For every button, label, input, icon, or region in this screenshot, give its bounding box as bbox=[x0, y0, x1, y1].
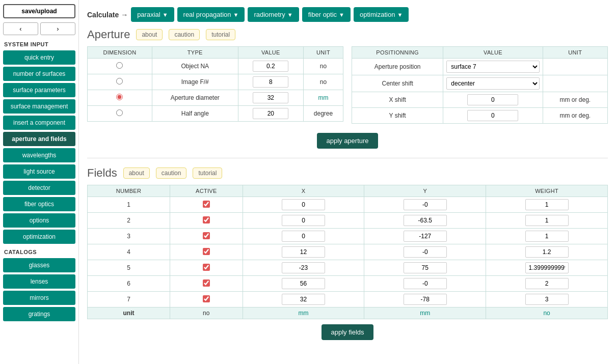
sidebar-item-number-of-surfaces[interactable]: number of surfaces bbox=[3, 67, 75, 81]
field-x-5[interactable] bbox=[282, 262, 325, 273]
fields-tutorial-button[interactable]: tutorial bbox=[193, 167, 222, 179]
field-active-1[interactable] bbox=[170, 197, 243, 213]
radio-cell-3[interactable] bbox=[88, 90, 152, 106]
sidebar-item-options[interactable]: options bbox=[3, 213, 75, 228]
unit-y-link[interactable]: mm bbox=[420, 310, 430, 317]
paraxial-button[interactable]: paraxial ▼ bbox=[131, 7, 174, 22]
field-y-3[interactable] bbox=[404, 231, 447, 242]
unit-weight-link[interactable]: no bbox=[543, 310, 550, 317]
sidebar-item-fiber-optics[interactable]: fiber optics bbox=[3, 197, 75, 211]
field-w-2[interactable] bbox=[525, 215, 569, 226]
fields-caution-button[interactable]: caution bbox=[156, 167, 187, 179]
ap-unit-link-3[interactable]: mm bbox=[318, 94, 329, 101]
field-x-cell-5[interactable] bbox=[243, 260, 364, 276]
field-y-cell-6[interactable] bbox=[364, 276, 486, 292]
field-y-cell-2[interactable] bbox=[364, 213, 486, 229]
field-y-1[interactable] bbox=[404, 199, 447, 210]
ap-value-cell-1[interactable] bbox=[238, 59, 303, 74]
sidebar-item-lenses[interactable]: lenses bbox=[3, 274, 75, 289]
field-w-3[interactable] bbox=[525, 231, 569, 242]
fields-about-button[interactable]: about bbox=[123, 167, 150, 179]
field-y-5[interactable] bbox=[404, 262, 447, 273]
ap-value-cell-3[interactable] bbox=[238, 90, 303, 106]
field-y-cell-5[interactable] bbox=[364, 260, 486, 276]
pos-value-1[interactable]: decentertilt bbox=[443, 75, 543, 92]
ap-value-cell-4[interactable] bbox=[238, 106, 303, 122]
sidebar-item-insert-component[interactable]: insert a component bbox=[3, 116, 75, 130]
field-x-7[interactable] bbox=[282, 294, 325, 305]
field-y-cell-4[interactable] bbox=[364, 244, 486, 260]
field-y-cell-1[interactable] bbox=[364, 197, 486, 213]
fiber-optic-button[interactable]: fiber optic ▼ bbox=[302, 7, 351, 22]
apply-fields-button[interactable]: apply fields bbox=[322, 324, 373, 340]
center-shift-select[interactable]: decentertilt bbox=[446, 77, 539, 90]
field-x-6[interactable] bbox=[282, 278, 325, 289]
aperture-about-button[interactable]: about bbox=[136, 29, 163, 40]
radio-cell-4[interactable] bbox=[88, 106, 152, 122]
pos-value-2[interactable] bbox=[443, 92, 543, 108]
unit-x-link[interactable]: mm bbox=[298, 310, 308, 317]
xshift-input[interactable] bbox=[467, 94, 518, 105]
real-propagation-button[interactable]: real propagation ▼ bbox=[177, 7, 245, 22]
sidebar-item-mirrors[interactable]: mirrors bbox=[3, 291, 75, 305]
field-y-7[interactable] bbox=[404, 294, 447, 305]
field-y-cell-3[interactable] bbox=[364, 229, 486, 244]
field-w-6[interactable] bbox=[525, 278, 569, 289]
field-x-cell-4[interactable] bbox=[243, 244, 364, 260]
field-w-cell-5[interactable] bbox=[486, 260, 608, 276]
field-w-cell-6[interactable] bbox=[486, 276, 608, 292]
sidebar-item-gratings[interactable]: gratings bbox=[3, 307, 75, 321]
field-w-cell-4[interactable] bbox=[486, 244, 608, 260]
field-active-5[interactable] bbox=[170, 260, 243, 276]
sidebar-item-aperture-fields[interactable]: aperture and fields bbox=[3, 132, 75, 146]
ap-value-input-3[interactable] bbox=[253, 92, 288, 103]
field-w-cell-7[interactable] bbox=[486, 292, 608, 307]
sidebar-item-light-source[interactable]: light source bbox=[3, 164, 75, 179]
sidebar-item-surface-management[interactable]: surface management bbox=[3, 99, 75, 114]
radiometry-button[interactable]: radiometry ▼ bbox=[248, 7, 299, 22]
optimization-button[interactable]: optimization ▼ bbox=[354, 7, 409, 22]
field-y-2[interactable] bbox=[404, 215, 447, 226]
ap-value-input-4[interactable] bbox=[253, 108, 288, 119]
field-w-7[interactable] bbox=[525, 294, 569, 305]
field-w-4[interactable] bbox=[525, 246, 569, 258]
field-x-3[interactable] bbox=[282, 231, 325, 242]
nav-back-button[interactable]: ‹ bbox=[3, 22, 38, 35]
radio-cell-1[interactable] bbox=[88, 59, 152, 74]
field-x-cell-3[interactable] bbox=[243, 229, 364, 244]
ap-value-cell-2[interactable] bbox=[238, 74, 303, 90]
sidebar-item-optimization[interactable]: optimization bbox=[3, 230, 75, 244]
pos-value-0[interactable]: surface 1surface 2surface 3 surface 4sur… bbox=[443, 59, 543, 75]
sidebar-item-quick-entry[interactable]: quick entry bbox=[3, 50, 75, 65]
field-x-cell-1[interactable] bbox=[243, 197, 364, 213]
ap-value-input-1[interactable] bbox=[253, 61, 288, 72]
aperture-tutorial-button[interactable]: tutorial bbox=[206, 29, 235, 40]
radio-cell-2[interactable] bbox=[88, 74, 152, 90]
nav-forward-button[interactable]: › bbox=[40, 22, 75, 35]
field-active-7[interactable] bbox=[170, 292, 243, 307]
field-active-3[interactable] bbox=[170, 229, 243, 244]
sidebar-item-detector[interactable]: detector bbox=[3, 181, 75, 195]
field-x-cell-7[interactable] bbox=[243, 292, 364, 307]
field-w-cell-3[interactable] bbox=[486, 229, 608, 244]
sidebar-item-glasses[interactable]: glasses bbox=[3, 258, 75, 272]
field-x-cell-6[interactable] bbox=[243, 276, 364, 292]
field-y-4[interactable] bbox=[404, 246, 447, 258]
sidebar-item-wavelengths[interactable]: wavelengths bbox=[3, 148, 75, 162]
field-x-cell-2[interactable] bbox=[243, 213, 364, 229]
ap-value-input-2[interactable] bbox=[253, 76, 288, 88]
field-w-cell-1[interactable] bbox=[486, 197, 608, 213]
field-x-4[interactable] bbox=[282, 246, 325, 258]
field-w-cell-2[interactable] bbox=[486, 213, 608, 229]
apply-aperture-button[interactable]: apply aperture bbox=[317, 133, 378, 149]
field-active-4[interactable] bbox=[170, 244, 243, 260]
pos-value-3[interactable] bbox=[443, 108, 543, 124]
field-active-2[interactable] bbox=[170, 213, 243, 229]
field-x-1[interactable] bbox=[282, 199, 325, 210]
field-y-6[interactable] bbox=[404, 278, 447, 289]
field-w-5[interactable] bbox=[525, 262, 569, 273]
save-upload-button[interactable]: save/upload bbox=[3, 4, 75, 18]
aperture-caution-button[interactable]: caution bbox=[169, 29, 200, 40]
sidebar-item-surface-parameters[interactable]: surface parameters bbox=[3, 83, 75, 97]
field-w-1[interactable] bbox=[525, 199, 569, 210]
